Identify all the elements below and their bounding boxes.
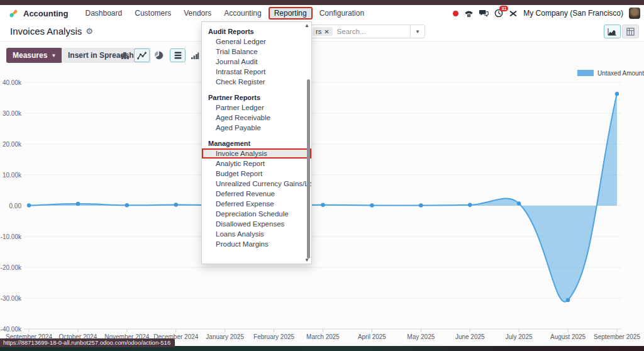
menu-item-disallowed-expenses[interactable]: Disallowed Expenses	[202, 219, 311, 229]
nav-item-configuration[interactable]: Configuration	[314, 7, 370, 20]
x-axis-tick-label: April 2025	[358, 333, 386, 340]
dropdown-section-header: Audit Reports	[202, 25, 311, 36]
nav-menu: DashboardCustomersVendorsAccountingRepor…	[80, 7, 370, 20]
bar-chart-icon	[121, 51, 130, 60]
y-axis-tick-label: 20.00k	[3, 141, 22, 148]
y-axis-tick-label: 30.00k	[3, 110, 22, 117]
ascending-bars-icon	[191, 51, 199, 60]
data-point[interactable]	[174, 203, 178, 206]
graph-view-button[interactable]	[604, 25, 621, 38]
menu-item-deferred-expense[interactable]: Deferred Expense	[202, 199, 311, 209]
menu-item-trial-balance[interactable]: Trial Balance	[202, 47, 311, 57]
facet-remove-icon[interactable]: ✕	[324, 28, 329, 35]
activities-clock[interactable]: 31	[494, 9, 503, 18]
legend-swatch[interactable]	[577, 70, 594, 76]
control-panel: Invoices Analysis ⚙ rs ✕ Search... ▾	[0, 21, 644, 42]
data-point[interactable]	[321, 203, 325, 207]
menu-item-partner-ledger[interactable]: Partner Ledger	[202, 103, 311, 113]
pivot-view-button[interactable]	[622, 25, 639, 38]
data-point[interactable]	[517, 201, 521, 205]
graph-view-icon	[608, 28, 617, 36]
menu-item-product-margins[interactable]: Product Margins	[202, 239, 311, 249]
menu-item-loans-analysis[interactable]: Loans Analysis	[202, 229, 311, 239]
systray: 31 My Company (San Francisco)	[453, 5, 640, 21]
menu-item-budget-report[interactable]: Budget Report	[202, 169, 311, 179]
bar-chart-button[interactable]	[117, 48, 133, 62]
app-window: Accounting DashboardCustomersVendorsAcco…	[0, 0, 644, 351]
data-point[interactable]	[76, 202, 80, 206]
graph-toolbar: Measures ▼ Insert in Spreadsheet	[0, 42, 644, 63]
dropdown-scrollbar[interactable]	[307, 79, 310, 259]
gear-icon[interactable]: ⚙	[86, 26, 93, 36]
app-name: Accounting	[23, 9, 69, 18]
reporting-dropdown-menu: ▲ Audit ReportsGeneral LedgerTrial Balan…	[201, 21, 312, 264]
x-axis-tick-label: August 2025	[550, 333, 586, 340]
app-brand[interactable]: Accounting	[9, 8, 69, 18]
dropdown-items: Audit ReportsGeneral LedgerTrial Balance…	[202, 25, 311, 249]
x-axis-tick-label: July 2025	[506, 333, 533, 340]
phone-icon[interactable]	[464, 9, 474, 18]
x-axis-tick-label: May 2025	[407, 333, 435, 340]
menu-item-analytic-report[interactable]: Analytic Report	[202, 159, 311, 169]
line-chart-button[interactable]	[134, 48, 150, 62]
series-area-fill	[29, 94, 617, 302]
data-point[interactable]	[566, 298, 570, 302]
y-axis-tick-label: 10.00k	[3, 172, 22, 179]
nav-item-reporting[interactable]: Reporting	[269, 7, 313, 20]
measures-button[interactable]: Measures ▼	[6, 48, 62, 63]
view-switcher	[604, 25, 639, 38]
nav-item-vendors[interactable]: Vendors	[178, 7, 217, 20]
menu-item-general-ledger[interactable]: General Ledger	[202, 36, 311, 47]
menu-item-check-register[interactable]: Check Register	[202, 77, 311, 87]
scroll-up-icon[interactable]: ▲	[304, 23, 309, 28]
nav-item-customers[interactable]: Customers	[129, 7, 177, 20]
activity-count-badge: 31	[499, 6, 508, 11]
scroll-down-icon[interactable]: ▼	[304, 257, 309, 263]
y-axis-tick-label: -30.00k	[1, 295, 22, 302]
company-selector[interactable]: My Company (San Francisco)	[523, 9, 623, 18]
stacked-icon	[174, 51, 182, 60]
search-dropdown-toggle[interactable]: ▾	[410, 25, 425, 38]
ascending-sort-button[interactable]	[187, 48, 203, 62]
page-title-text: Invoices Analysis	[10, 26, 82, 36]
data-point[interactable]	[419, 203, 423, 207]
series-line	[29, 94, 617, 302]
messages-icon[interactable]	[479, 9, 489, 18]
pivot-view-icon	[626, 28, 635, 36]
search-facet-chip[interactable]: rs ✕	[313, 27, 333, 36]
data-point[interactable]	[125, 203, 129, 207]
search-bar[interactable]: rs ✕ Search... ▾	[308, 25, 425, 38]
nav-item-accounting[interactable]: Accounting	[218, 7, 267, 20]
invoices-analysis-chart[interactable]: 40.00k30.00k20.00k10.00k0.00-10.00k-20.0…	[0, 63, 644, 343]
pie-chart-button[interactable]	[151, 48, 167, 62]
data-point[interactable]	[27, 203, 31, 207]
nav-item-dashboard[interactable]: Dashboard	[80, 7, 128, 20]
data-point[interactable]	[468, 203, 472, 207]
y-axis-tick-label: -10.00k	[1, 233, 22, 240]
pie-chart-icon	[155, 51, 164, 60]
data-point[interactable]	[370, 203, 374, 207]
menu-item-unrealized-currency-gains-losses[interactable]: Unrealized Currency Gains/Losses	[202, 179, 311, 189]
page-title: Invoices Analysis ⚙	[10, 26, 93, 36]
menu-item-journal-audit[interactable]: Journal Audit	[202, 57, 311, 67]
dropdown-section-header: Partner Reports	[202, 91, 311, 103]
chevron-down-icon: ▼	[51, 53, 56, 58]
measures-label: Measures	[13, 51, 47, 60]
user-avatar[interactable]	[629, 8, 640, 19]
tools-icon[interactable]	[509, 9, 518, 18]
x-axis-tick-label: June 2025	[455, 333, 485, 340]
accounting-app-icon	[9, 8, 19, 18]
menu-item-invoice-analysis[interactable]: Invoice Analysis	[202, 148, 311, 159]
menu-item-intrastat-report[interactable]: Intrastat Report	[202, 67, 311, 77]
menu-item-deferred-revenue[interactable]: Deferred Revenue	[202, 189, 311, 199]
menu-item-depreciation-schedule[interactable]: Depreciation Schedule	[202, 209, 311, 219]
stacked-option-button[interactable]	[170, 48, 186, 62]
search-input[interactable]: Search...	[337, 28, 410, 35]
status-bar-url: https://88713699-18-0-all.runbot257.odoo…	[0, 338, 175, 347]
menu-item-aged-payable[interactable]: Aged Payable	[202, 123, 311, 133]
data-point[interactable]	[615, 92, 619, 96]
x-axis-tick-label: February 2025	[253, 333, 294, 340]
line-chart-icon	[137, 52, 147, 60]
menu-item-aged-receivable[interactable]: Aged Receivable	[202, 113, 311, 123]
x-axis-tick-label: January 2025	[206, 333, 244, 340]
